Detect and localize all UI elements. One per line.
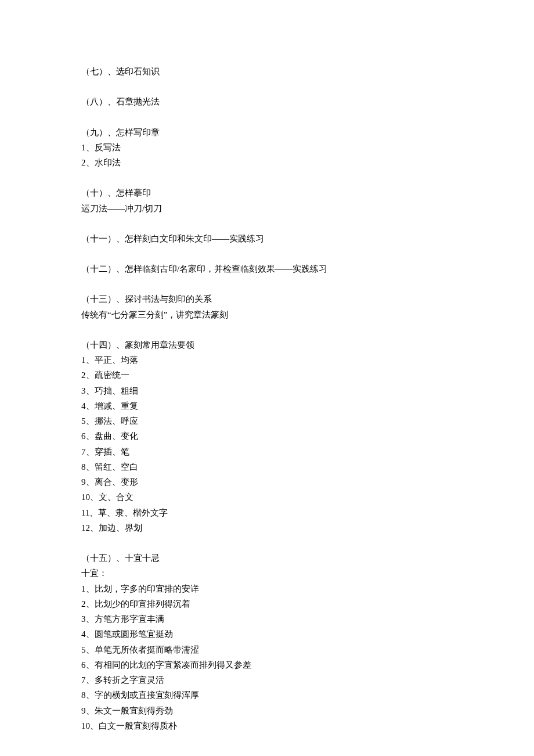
section-14: （十四）、篆刻常用章法要领 1、平正、均落 2、疏密统一 3、巧拙、粗细 4、增…	[81, 337, 534, 535]
text-line: （十一）、怎样刻白文印和朱文印——实践练习	[81, 231, 534, 246]
text-line: （十四）、篆刻常用章法要领	[81, 337, 534, 352]
text-line: （七）、选印石知识	[81, 64, 534, 79]
text-line: 10、白文一般宜刻得质朴	[81, 718, 534, 733]
text-line: 1、反写法	[81, 140, 534, 155]
text-line: 3、巧拙、粗细	[81, 383, 534, 398]
section-13: （十三）、探讨书法与刻印的关系 传统有“七分篆三分刻”，讲究章法篆刻	[81, 291, 534, 322]
text-line: 4、增减、重复	[81, 398, 534, 413]
section-8: （八）、石章抛光法	[81, 94, 534, 109]
text-line: 5、单笔无所依者挺而略带濡涩	[81, 642, 534, 657]
text-line: （十三）、探讨书法与刻印的关系	[81, 291, 534, 307]
text-line: 8、字的横划或直接宜刻得浑厚	[81, 687, 534, 703]
text-line: 2、比划少的印宜排列得沉着	[81, 596, 534, 611]
text-line: 传统有“七分篆三分刻”，讲究章法篆刻	[81, 307, 534, 322]
section-15: （十五）、十宜十忌 十宜： 1、比划，字多的印宜排的安详 2、比划少的印宜排列得…	[81, 550, 534, 733]
text-line: 6、有相同的比划的字宜紧凑而排列得又参差	[81, 657, 534, 672]
text-line: （八）、石章抛光法	[81, 94, 534, 109]
text-line: 6、盘曲、变化	[81, 429, 534, 444]
section-7: （七）、选印石知识	[81, 64, 534, 79]
text-line: 9、朱文一般宜刻得秀劲	[81, 703, 534, 718]
text-line: 十宜：	[81, 566, 534, 581]
text-line: 9、离合、变形	[81, 474, 534, 489]
section-9: （九）、怎样写印章 1、反写法 2、水印法	[81, 125, 534, 171]
section-11: （十一）、怎样刻白文印和朱文印——实践练习	[81, 231, 534, 246]
text-line: 2、疏密统一	[81, 368, 534, 383]
text-line: 4、圆笔或圆形笔宜挺劲	[81, 627, 534, 642]
text-line: 2、水印法	[81, 155, 534, 170]
text-line: 1、比划，字多的印宜排的安详	[81, 581, 534, 596]
text-line: 3、方笔方形字宜丰满	[81, 611, 534, 627]
text-line: （十五）、十宜十忌	[81, 550, 534, 566]
text-line: 1、平正、均落	[81, 352, 534, 368]
section-12: （十二）、怎样临刻古印/名家印，并检查临刻效果——实践练习	[81, 261, 534, 276]
text-line: 10、文、合文	[81, 489, 534, 505]
text-line: 7、多转折之字宜灵活	[81, 672, 534, 687]
text-line: （十）、怎样摹印	[81, 185, 534, 200]
text-line: （九）、怎样写印章	[81, 125, 534, 140]
text-line: （十二）、怎样临刻古印/名家印，并检查临刻效果——实践练习	[81, 261, 534, 276]
section-10: （十）、怎样摹印 运刀法——冲刀/切刀	[81, 185, 534, 216]
text-line: 11、草、隶、楷外文字	[81, 505, 534, 520]
document-page: （七）、选印石知识 （八）、石章抛光法 （九）、怎样写印章 1、反写法 2、水印…	[0, 0, 534, 756]
text-line: 5、挪法、呼应	[81, 413, 534, 429]
text-line: 运刀法——冲刀/切刀	[81, 201, 534, 216]
text-line: 12、加边、界划	[81, 520, 534, 535]
text-line: 8、留红、空白	[81, 459, 534, 474]
text-line: 7、穿插、笔	[81, 444, 534, 459]
